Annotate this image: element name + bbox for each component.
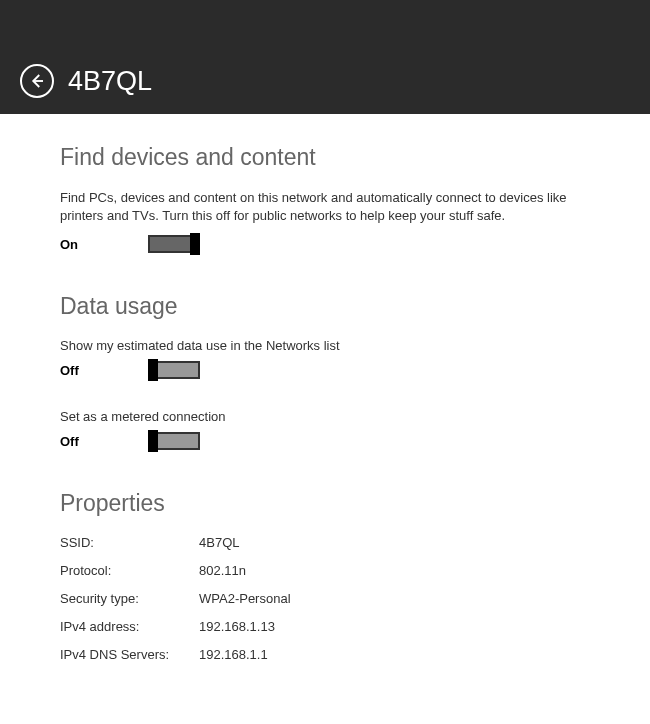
header: 4B7QL xyxy=(0,0,650,114)
property-row: IPv4 address: 192.168.1.13 xyxy=(60,619,590,634)
property-value: WPA2-Personal xyxy=(199,591,291,606)
find-devices-title: Find devices and content xyxy=(60,144,590,171)
find-devices-section: Find devices and content Find PCs, devic… xyxy=(60,144,590,253)
property-row: Protocol: 802.11n xyxy=(60,563,590,578)
show-estimated-toggle-row: Off xyxy=(60,361,590,379)
property-value: 4B7QL xyxy=(199,535,239,550)
property-key: Protocol: xyxy=(60,563,199,578)
show-estimated-toggle[interactable] xyxy=(148,361,200,379)
find-devices-description: Find PCs, devices and content on this ne… xyxy=(60,189,590,225)
show-estimated-label: Show my estimated data use in the Networ… xyxy=(60,338,590,353)
toggle-thumb xyxy=(148,430,158,452)
properties-section: Properties SSID: 4B7QL Protocol: 802.11n… xyxy=(60,490,590,662)
metered-toggle-row: Off xyxy=(60,432,590,450)
property-value: 192.168.1.1 xyxy=(199,647,268,662)
property-row: Security type: WPA2-Personal xyxy=(60,591,590,606)
properties-table: SSID: 4B7QL Protocol: 802.11n Security t… xyxy=(60,535,590,662)
data-usage-section: Data usage Show my estimated data use in… xyxy=(60,293,590,450)
show-estimated-toggle-label: Off xyxy=(60,363,148,378)
property-row: SSID: 4B7QL xyxy=(60,535,590,550)
find-devices-toggle-row: On xyxy=(60,235,590,253)
metered-label: Set as a metered connection xyxy=(60,409,590,424)
property-value: 802.11n xyxy=(199,563,246,578)
page-title: 4B7QL xyxy=(68,66,152,97)
property-key: SSID: xyxy=(60,535,199,550)
show-estimated-block: Show my estimated data use in the Networ… xyxy=(60,338,590,379)
find-devices-toggle-label: On xyxy=(60,237,148,252)
metered-toggle[interactable] xyxy=(148,432,200,450)
property-value: 192.168.1.13 xyxy=(199,619,275,634)
find-devices-toggle[interactable] xyxy=(148,235,200,253)
property-key: IPv4 DNS Servers: xyxy=(60,647,199,662)
toggle-thumb xyxy=(190,233,200,255)
toggle-thumb xyxy=(148,359,158,381)
property-key: Security type: xyxy=(60,591,199,606)
arrow-left-icon xyxy=(28,72,46,90)
data-usage-title: Data usage xyxy=(60,293,590,320)
back-button[interactable] xyxy=(20,64,54,98)
property-row: IPv4 DNS Servers: 192.168.1.1 xyxy=(60,647,590,662)
properties-title: Properties xyxy=(60,490,590,517)
content-area: Find devices and content Find PCs, devic… xyxy=(0,114,650,662)
property-key: IPv4 address: xyxy=(60,619,199,634)
metered-toggle-label: Off xyxy=(60,434,148,449)
metered-block: Set as a metered connection Off xyxy=(60,409,590,450)
